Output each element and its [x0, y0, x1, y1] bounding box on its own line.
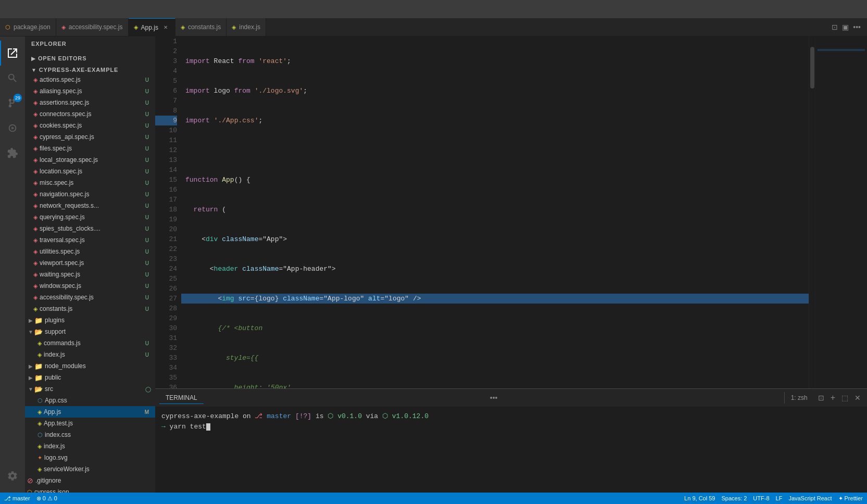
file-badge: U	[143, 306, 151, 312]
folder-icon: 📁	[34, 362, 43, 370]
file-badge: U	[143, 249, 151, 255]
activity-bar: 29	[0, 36, 25, 493]
file-item-connectors[interactable]: ◈ connectors.spec.js U	[25, 108, 155, 120]
file-item-assertions[interactable]: ◈ assertions.spec.js U	[25, 97, 155, 108]
code-content[interactable]: import React from 'react'; import logo f…	[181, 36, 809, 388]
tab-appjs[interactable]: ◈ App.js ✕	[129, 18, 175, 36]
warning-count: 0	[54, 495, 57, 501]
terminal-content[interactable]: cypress-axe-example on ⎇ master [!?] is …	[155, 407, 867, 493]
tab-package-json[interactable]: ⬡ package.json	[0, 18, 56, 36]
folder-arrow-icon: ▶	[27, 318, 34, 323]
activity-item-settings[interactable]	[0, 463, 25, 488]
tab-label: accessibility.spec.js	[69, 23, 123, 31]
file-item-misc[interactable]: ◈ misc.spec.js U	[25, 177, 155, 188]
file-item-viewport[interactable]: ◈ viewport.spec.js U	[25, 257, 155, 269]
file-name: connectors.spec.js	[40, 110, 143, 118]
folder-arrow-icon: ▶	[27, 375, 34, 381]
file-icon-js: ◈	[33, 203, 37, 209]
tab-indexjs[interactable]: ◈ index.js	[227, 18, 266, 36]
file-badge: U	[143, 341, 151, 346]
activity-item-debug[interactable]	[0, 116, 25, 141]
file-item-gitignore[interactable]: ⊘ .gitignore	[25, 475, 155, 486]
add-terminal-icon[interactable]: +	[828, 393, 837, 402]
file-item-spies[interactable]: ◈ spies_stubs_clocks.... U	[25, 223, 155, 234]
file-item-navigation[interactable]: ◈ navigation.spec.js U	[25, 188, 155, 200]
file-item-cypress-json[interactable]: ⬡ cypress.json	[25, 486, 155, 493]
project-section[interactable]: ▼ CYPRESS-AXE-EXAMPLE	[25, 65, 155, 74]
file-badge: U	[143, 237, 151, 243]
tab-constants[interactable]: ◈ constants.js	[175, 18, 227, 36]
file-icon-js: ◈	[37, 466, 42, 473]
file-item-network[interactable]: ◈ network_requests.s... U	[25, 200, 155, 211]
activity-item-git[interactable]: 29	[0, 91, 25, 116]
file-item-location[interactable]: ◈ location.spec.js U	[25, 166, 155, 177]
status-encoding[interactable]: UTF-8	[753, 495, 769, 502]
activity-item-explorer[interactable]	[0, 41, 25, 66]
terminal-tab-1zsh[interactable]: 1: zsh	[784, 392, 814, 404]
editor-scrollbar[interactable]	[809, 36, 815, 388]
status-spaces[interactable]: Spaces: 2	[721, 495, 747, 502]
file-item-index-js[interactable]: ◈ index.js	[25, 440, 155, 452]
file-item-files[interactable]: ◈ files.spec.js U	[25, 143, 155, 154]
maximize-panel-icon[interactable]: ⬚	[839, 394, 850, 402]
file-name: misc.spec.js	[40, 179, 143, 186]
file-badge: U	[143, 180, 151, 186]
folder-arrow-icon: ▶	[27, 363, 34, 369]
file-item-utilities[interactable]: ◈ utilities.spec.js U	[25, 246, 155, 257]
split-editor-icon[interactable]: ⊡	[832, 23, 838, 31]
file-item-constants[interactable]: ◈ constants.js U	[25, 303, 155, 314]
folder-src[interactable]: ▼ 📂 src ◯	[25, 383, 155, 395]
file-item-querying[interactable]: ◈ querying.spec.js U	[25, 211, 155, 223]
status-errors[interactable]: ⊗ 0 ⚠ 0	[36, 495, 57, 502]
terminal-tab-terminal[interactable]: TERMINAL	[159, 392, 204, 404]
main-layout: 29 Explorer ▶ Open Editors	[0, 36, 867, 493]
file-item-aliasing[interactable]: ◈ aliasing.spec.js U	[25, 85, 155, 97]
file-item-window[interactable]: ◈ window.spec.js U	[25, 280, 155, 292]
file-item-support-index[interactable]: ◈ index.js U	[25, 349, 155, 360]
file-item-actions[interactable]: ◈ actions.spec.js U	[25, 74, 155, 85]
file-item-accessibility-spec[interactable]: ◈ accessibility.spec.js U	[25, 292, 155, 303]
tab-close-icon[interactable]: ✕	[161, 23, 170, 32]
file-name: location.spec.js	[40, 168, 143, 175]
split-terminal-icon[interactable]: ⊡	[816, 394, 826, 402]
close-panel-icon[interactable]: ✕	[852, 394, 863, 402]
status-language[interactable]: JavaScript React	[788, 495, 832, 502]
folder-node-modules[interactable]: ▶ 📁 node_modules	[25, 360, 155, 372]
file-item-app-test[interactable]: ◈ App.test.js	[25, 418, 155, 429]
open-editors-section[interactable]: ▶ Open Editors	[25, 53, 155, 62]
chevron-down-icon: ▼	[31, 67, 37, 73]
folder-plugins[interactable]: ▶ 📁 plugins	[25, 314, 155, 326]
status-eol[interactable]: LF	[776, 495, 783, 502]
file-item-cookies[interactable]: ◈ cookies.spec.js U	[25, 120, 155, 131]
file-item-index-css[interactable]: ⬡ index.css	[25, 429, 155, 440]
file-item-commands[interactable]: ◈ commands.js U	[25, 337, 155, 349]
file-icon-js: ◈	[37, 409, 42, 415]
tab-label: package.json	[14, 23, 51, 31]
folder-support[interactable]: ▼ 📂 support	[25, 326, 155, 337]
status-prettier[interactable]: ✦ Prettier	[838, 495, 863, 502]
tab-accessibility[interactable]: ◈ accessibility.spec.js	[56, 18, 129, 36]
file-item-service-worker[interactable]: ◈ serviceWorker.js	[25, 463, 155, 475]
status-branch[interactable]: ⎇ master	[4, 495, 30, 502]
more-icon[interactable]: •••	[490, 394, 498, 402]
file-icon-js: ◈	[33, 180, 37, 186]
split-right-icon[interactable]: ▣	[842, 23, 849, 31]
file-item-cypress-api[interactable]: ◈ cypress_api.spec.js U	[25, 131, 155, 143]
file-item-traversal[interactable]: ◈ traversal.spec.js U	[25, 234, 155, 246]
status-ln-col[interactable]: Ln 9, Col 59	[684, 495, 715, 502]
more-icon[interactable]: •••	[853, 23, 861, 31]
tab-icon-js: ◈	[232, 24, 236, 31]
activity-item-extensions[interactable]	[0, 141, 25, 166]
file-item-logo-svg[interactable]: ✦ logo.svg	[25, 452, 155, 463]
file-item-app-css[interactable]: ⬡ App.css	[25, 395, 155, 406]
terminal-cursor	[206, 423, 210, 431]
activity-item-search[interactable]	[0, 66, 25, 91]
editor-scrollbar-thumb[interactable]	[810, 47, 814, 89]
terminal-arrow: →	[161, 423, 170, 431]
file-item-local-storage[interactable]: ◈ local_storage.spec.js U	[25, 154, 155, 166]
file-item-app-js[interactable]: ◈ App.js M	[25, 406, 155, 418]
file-item-waiting[interactable]: ◈ waiting.spec.js U	[25, 269, 155, 280]
file-badge: U	[143, 100, 151, 106]
file-icon-js: ◈	[33, 225, 37, 232]
folder-public[interactable]: ▶ 📁 public	[25, 372, 155, 383]
